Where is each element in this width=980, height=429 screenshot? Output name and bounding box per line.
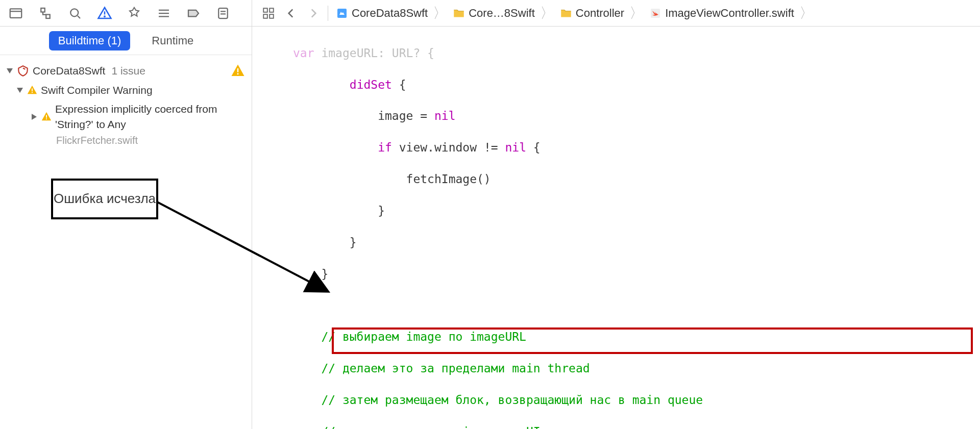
warning-icon — [230, 63, 246, 79]
code-line: image = nil — [252, 108, 980, 124]
code-line: // затем размещаем блок, возвращающий на… — [252, 392, 980, 408]
issue-row[interactable]: Expression implicitly coerced from 'Stri… — [4, 99, 248, 134]
chevron-right-icon: 〉 — [798, 4, 815, 23]
xcode-project-icon — [335, 7, 349, 20]
scope-tabs: Buildtime (1) Runtime — [0, 27, 252, 55]
back-button[interactable] — [280, 2, 302, 24]
chevron-right-icon: 〉 — [539, 4, 555, 23]
find-navigator-icon[interactable] — [62, 1, 88, 26]
svg-rect-6 — [218, 8, 228, 18]
breadcrumb-file[interactable]: ImageViewController.swift — [645, 0, 798, 26]
category-label: Swift Compiler Warning — [41, 83, 153, 97]
breadcrumb-group-2[interactable]: Controller — [555, 0, 628, 26]
svg-point-3 — [70, 9, 78, 16]
svg-rect-11 — [46, 115, 47, 118]
svg-rect-19 — [651, 9, 660, 18]
code-line: fetchImage() — [252, 171, 980, 187]
annotation-label: Ошибка исчезла — [51, 179, 158, 219]
source-editor[interactable]: var imageURL: URL? { didSet { image = ni… — [252, 27, 980, 429]
code-line: if view.window != nil { — [252, 140, 980, 156]
code-line: // делаем это за пределами main thread — [252, 361, 980, 376]
symbol-navigator-icon[interactable] — [33, 1, 58, 26]
editor-area: CoreData8Swft 〉 Core…8Swift 〉 Controller… — [252, 0, 980, 429]
project-name: CoreData8Swft — [33, 63, 105, 78]
breadcrumb-project[interactable]: CoreData8Swft — [331, 0, 432, 26]
tab-runtime[interactable]: Runtime — [142, 31, 203, 51]
svg-rect-15 — [270, 8, 274, 12]
disclosure-triangle-icon[interactable] — [17, 88, 23, 93]
issue-message: Expression implicitly coerced from 'Stri… — [55, 102, 246, 132]
issue-count: 1 issue — [111, 63, 145, 78]
code-line: var imageURL: URL? { — [252, 45, 980, 61]
forward-button[interactable] — [302, 2, 325, 24]
svg-rect-16 — [263, 14, 267, 18]
tab-buildtime[interactable]: Buildtime (1) — [49, 31, 130, 51]
svg-rect-7 — [237, 68, 239, 72]
svg-rect-14 — [263, 8, 267, 12]
swift-file-icon — [649, 7, 662, 20]
svg-point-5 — [104, 16, 105, 17]
xcode-project-icon — [16, 64, 30, 78]
navigator-toolbar — [0, 0, 252, 27]
svg-rect-17 — [270, 14, 274, 18]
jump-bar: CoreData8Swft 〉 Core…8Swift 〉 Controller… — [252, 0, 980, 27]
category-row[interactable]: Swift Compiler Warning — [4, 81, 248, 99]
code-line: didSet { — [252, 77, 980, 93]
folder-icon — [452, 7, 465, 20]
breadcrumb-group-1[interactable]: Core…8Swift — [448, 0, 539, 26]
warning-icon — [27, 85, 38, 96]
svg-point-12 — [46, 118, 47, 119]
issues-tree: CoreData8Swft 1 issue Swift Compiler War… — [0, 55, 252, 146]
issues-navigator-icon[interactable] — [92, 1, 117, 26]
debug-navigator-icon[interactable] — [151, 1, 177, 26]
svg-rect-1 — [41, 8, 45, 12]
code-line: } — [252, 266, 980, 282]
svg-rect-0 — [10, 9, 22, 18]
chevron-right-icon: 〉 — [628, 4, 645, 23]
svg-point-10 — [32, 92, 33, 93]
svg-rect-9 — [32, 88, 33, 91]
code-line: // для размещения image на UI — [252, 424, 980, 429]
code-line: } — [252, 235, 980, 250]
related-items-icon[interactable] — [257, 2, 280, 24]
warning-icon — [41, 111, 52, 122]
code-line: // выбираем image по imageURL — [252, 329, 980, 345]
disclosure-triangle-icon[interactable] — [7, 68, 13, 73]
disclosure-triangle-icon[interactable] — [32, 114, 37, 120]
breakpoint-navigator-icon[interactable] — [181, 1, 206, 26]
project-row[interactable]: CoreData8Swft 1 issue — [4, 58, 248, 81]
navigator-panel: Buildtime (1) Runtime CoreData8Swft 1 is… — [0, 0, 252, 429]
svg-rect-2 — [46, 14, 50, 18]
svg-point-8 — [237, 73, 239, 74]
report-navigator-icon[interactable] — [210, 1, 236, 26]
test-navigator-icon[interactable] — [121, 1, 147, 26]
code-line — [252, 297, 980, 313]
project-navigator-icon[interactable] — [3, 1, 29, 26]
issue-file: FlickrFetcher.swift — [4, 134, 248, 146]
code-line: } — [252, 203, 980, 219]
chevron-right-icon: 〉 — [432, 4, 448, 23]
folder-icon — [559, 7, 573, 20]
